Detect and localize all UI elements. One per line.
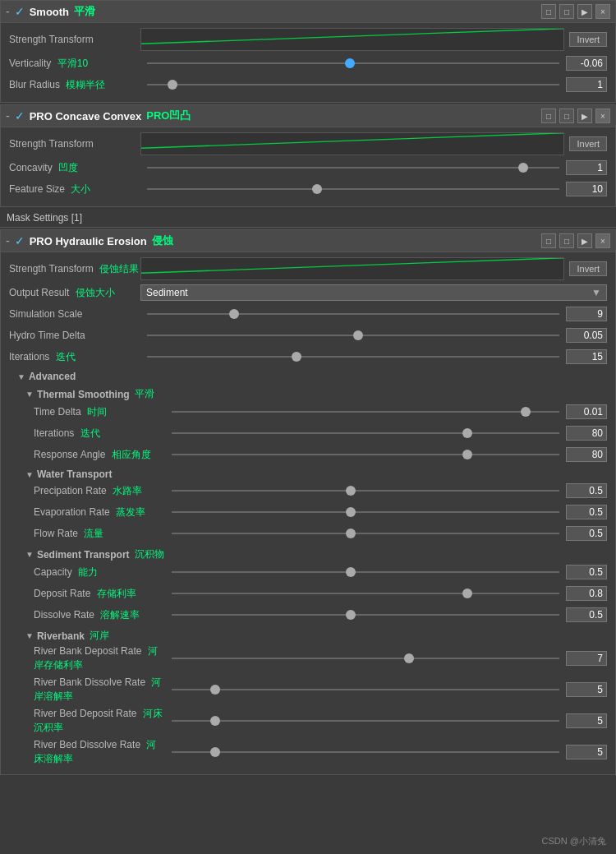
- evap-value[interactable]: 0.5: [566, 505, 607, 519]
- strength-cn-3: 侵蚀结果: [99, 263, 139, 275]
- thermal-iter-slider[interactable]: [172, 427, 559, 440]
- time-delta-slider[interactable]: [172, 405, 559, 418]
- panel-concave-check[interactable]: ✓: [15, 109, 25, 122]
- river-bed-dissolve-slider[interactable]: [172, 746, 559, 759]
- verticality-cn: 平滑10: [57, 58, 88, 69]
- hydro-slider[interactable]: [147, 329, 559, 342]
- panel-smooth-icon-play[interactable]: ▶: [577, 4, 592, 19]
- iterations-slider[interactable]: [147, 350, 559, 363]
- evap-slider[interactable]: [172, 505, 559, 519]
- verticality-label: Verticality 平滑10: [9, 57, 140, 71]
- river-bed-deposit-row: River Bed Deposit Rate 河床沉积率 5: [9, 707, 607, 735]
- flow-cn: 流量: [84, 528, 103, 539]
- output-value: Sediment: [146, 287, 188, 298]
- capacity-value[interactable]: 0.5: [566, 565, 607, 579]
- panel-smooth-check[interactable]: ✓: [15, 5, 25, 18]
- thermal-iter-cn: 迭代: [80, 427, 100, 439]
- time-delta-cn: 时间: [87, 406, 107, 418]
- deposit-value[interactable]: 0.8: [566, 586, 607, 601]
- strength-transform-row-3: Strength Transform 侵蚀结果 Invert: [9, 257, 607, 280]
- panel-smooth-icon-load[interactable]: □: [559, 4, 574, 19]
- panel-concave-body: Strength Transform Invert Concavity 凹度 1: [1, 127, 615, 206]
- panel-concave-name: PRO Concave Convex: [30, 110, 142, 122]
- sediment-cn: 沉积物: [135, 547, 164, 561]
- panel-smooth-icon-save[interactable]: □: [541, 4, 556, 19]
- sediment-triangle[interactable]: ▼: [25, 550, 34, 559]
- panel-smooth-dash[interactable]: -: [6, 5, 10, 18]
- flow-value[interactable]: 0.5: [566, 526, 607, 541]
- response-slider[interactable]: [172, 448, 559, 461]
- thermal-iter-value[interactable]: 80: [566, 426, 607, 441]
- panel-smooth-body: Strength Transform Invert Verticality 平滑…: [1, 23, 615, 102]
- concavity-value[interactable]: 1: [566, 160, 607, 175]
- advanced-triangle[interactable]: ▼: [17, 372, 25, 381]
- water-section: ▼ Water Transport: [9, 469, 607, 480]
- invert-button-1[interactable]: Invert: [569, 32, 607, 47]
- sim-scale-value[interactable]: 9: [566, 307, 607, 321]
- dissolve-row: Dissolve Rate 溶解速率 0.5: [9, 606, 607, 624]
- thermal-section: ▼ Thermal Smoothing 平滑: [9, 387, 607, 401]
- panel-concave-icon-save[interactable]: □: [541, 108, 556, 123]
- strength-canvas[interactable]: [140, 28, 564, 51]
- verticality-slider[interactable]: [147, 57, 559, 70]
- panel-smooth-icon-close[interactable]: ×: [595, 4, 610, 19]
- evap-cn: 蒸发率: [116, 506, 145, 518]
- sediment-label: Sediment Transport: [37, 549, 130, 561]
- concavity-cn: 凹度: [58, 162, 78, 173]
- thermal-triangle[interactable]: ▼: [25, 390, 34, 399]
- dissolve-slider[interactable]: [172, 608, 559, 621]
- deposit-slider[interactable]: [172, 587, 559, 600]
- precip-slider[interactable]: [172, 484, 559, 497]
- river-bed-dissolve-value[interactable]: 5: [566, 745, 607, 759]
- panel-erosion-dash[interactable]: -: [6, 234, 10, 247]
- river-bank-deposit-value[interactable]: 7: [566, 651, 607, 666]
- panel-erosion-icon-save[interactable]: □: [541, 233, 556, 248]
- sim-scale-slider[interactable]: [147, 307, 559, 321]
- river-bed-deposit-value[interactable]: 5: [566, 713, 607, 728]
- panel-concave-dash[interactable]: -: [6, 109, 10, 122]
- flow-slider[interactable]: [172, 527, 559, 540]
- strength-canvas-3[interactable]: [140, 257, 564, 280]
- water-triangle[interactable]: ▼: [25, 470, 34, 479]
- river-bed-deposit-slider[interactable]: [172, 714, 559, 727]
- panel-erosion-check[interactable]: ✓: [15, 234, 25, 247]
- capacity-row: Capacity 能力 0.5: [9, 563, 607, 581]
- verticality-row: Verticality 平滑10 -0.06: [9, 54, 607, 72]
- blur-slider[interactable]: [147, 78, 559, 91]
- panel-smooth-name-cn: 平滑: [74, 4, 95, 19]
- riverbank-triangle[interactable]: ▼: [25, 631, 34, 640]
- response-value[interactable]: 80: [566, 447, 607, 462]
- response-row: Response Angle 相应角度 80: [9, 445, 607, 464]
- iterations-cn: 迭代: [56, 351, 76, 362]
- panel-erosion-icon-load[interactable]: □: [559, 233, 574, 248]
- panel-erosion-icon-close[interactable]: ×: [595, 233, 610, 248]
- riverbank-section: ▼ Riverbank 河岸: [9, 629, 607, 643]
- verticality-value[interactable]: -0.06: [566, 56, 607, 71]
- river-bank-deposit-slider[interactable]: [172, 652, 559, 665]
- time-delta-label: Time Delta 时间: [34, 405, 165, 419]
- panel-erosion-icon-play[interactable]: ▶: [577, 233, 592, 248]
- invert-button-2[interactable]: Invert: [569, 136, 607, 151]
- blur-value[interactable]: 1: [566, 77, 607, 92]
- feature-value[interactable]: 10: [566, 182, 607, 196]
- iterations-value[interactable]: 15: [566, 349, 607, 364]
- panel-concave-icon-close[interactable]: ×: [595, 108, 610, 123]
- evap-label: Evaporation Rate 蒸发率: [34, 505, 165, 519]
- strength-canvas-2[interactable]: [140, 132, 564, 155]
- panel-concave-icon-play[interactable]: ▶: [577, 108, 592, 123]
- invert-button-3[interactable]: Invert: [569, 261, 607, 276]
- hydro-value[interactable]: 0.05: [566, 328, 607, 343]
- output-dropdown[interactable]: Sediment ▼: [140, 284, 607, 301]
- river-bank-dissolve-slider[interactable]: [172, 683, 559, 696]
- output-label: Output Result 侵蚀大小: [9, 286, 140, 300]
- hydro-row: Hydro Time Delta 0.05: [9, 326, 607, 344]
- precip-value[interactable]: 0.5: [566, 483, 607, 498]
- time-delta-value[interactable]: 0.01: [566, 404, 607, 419]
- capacity-slider[interactable]: [172, 565, 559, 579]
- feature-slider[interactable]: [147, 182, 559, 196]
- panel-erosion-header: - ✓ PRO Hydraulic Erosion 侵蚀 □ □ ▶ ×: [1, 230, 615, 252]
- panel-concave-icon-load[interactable]: □: [559, 108, 574, 123]
- concavity-slider[interactable]: [147, 161, 559, 174]
- river-bank-dissolve-value[interactable]: 5: [566, 682, 607, 697]
- dissolve-value[interactable]: 0.5: [566, 607, 607, 622]
